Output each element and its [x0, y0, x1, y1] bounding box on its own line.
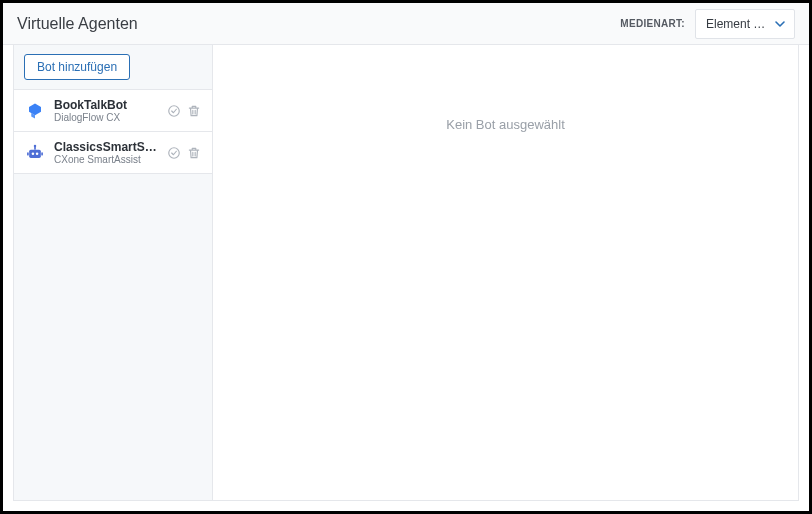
bot-subtitle: CXone SmartAssist: [54, 154, 158, 165]
svg-point-5: [34, 144, 37, 147]
svg-rect-1: [29, 149, 41, 157]
svg-point-2: [32, 152, 35, 155]
add-button-row: Bot hinzufügen: [14, 45, 212, 90]
page-body: Bot hinzufügen BookTalkBot DialogFlow CX: [3, 45, 809, 511]
bot-actions: [166, 145, 202, 161]
bot-text: BookTalkBot DialogFlow CX: [54, 98, 158, 123]
svg-point-8: [169, 147, 180, 158]
bot-text: ClassicsSmartSupport CXone SmartAssist: [54, 140, 158, 165]
empty-state-text: Kein Bot ausgewählt: [446, 117, 565, 132]
svg-point-3: [36, 152, 39, 155]
media-type-label: MEDIENART:: [620, 18, 685, 29]
chevron-down-icon: [774, 18, 786, 30]
svg-rect-6: [27, 152, 29, 155]
svg-point-0: [169, 105, 180, 116]
media-type-select[interactable]: Element a...: [695, 9, 795, 39]
bot-subtitle: DialogFlow CX: [54, 112, 158, 123]
bot-item-classicssmartsupport[interactable]: ClassicsSmartSupport CXone SmartAssist: [14, 132, 212, 174]
dialogflow-icon: [24, 100, 46, 122]
svg-rect-7: [41, 152, 43, 155]
bot-actions: [166, 103, 202, 119]
bot-name: ClassicsSmartSupport: [54, 140, 158, 154]
trash-icon[interactable]: [186, 145, 202, 161]
add-bot-button[interactable]: Bot hinzufügen: [24, 54, 130, 80]
check-icon[interactable]: [166, 103, 182, 119]
header-controls: MEDIENART: Element a...: [620, 9, 795, 39]
sidebar: Bot hinzufügen BookTalkBot DialogFlow CX: [13, 45, 213, 501]
bot-list: BookTalkBot DialogFlow CX: [14, 90, 212, 174]
bot-item-booktalkbot[interactable]: BookTalkBot DialogFlow CX: [14, 90, 212, 132]
page-title: Virtuelle Agenten: [17, 15, 138, 33]
check-icon[interactable]: [166, 145, 182, 161]
bot-name: BookTalkBot: [54, 98, 158, 112]
main-panel: Kein Bot ausgewählt: [213, 45, 799, 501]
trash-icon[interactable]: [186, 103, 202, 119]
page-header: Virtuelle Agenten MEDIENART: Element a..…: [3, 3, 809, 45]
smartassist-icon: [24, 142, 46, 164]
select-value: Element a...: [706, 17, 768, 31]
